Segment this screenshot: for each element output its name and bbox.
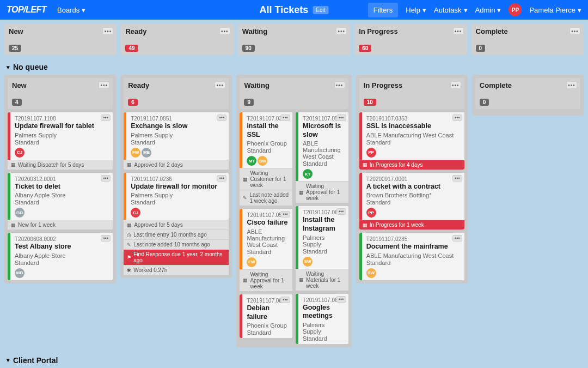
ticket-card[interactable]: T20191107.0589Cisco failureABLE Manufact… — [240, 209, 292, 269]
ticket-priority: Standard — [15, 199, 108, 206]
ticket-card[interactable]: T20191107.0851Exchange is slowPalmers Su… — [124, 112, 229, 160]
status-chip: ◷Last time entry 10 months ago — [124, 230, 229, 239]
card-body: T20191107.0285Document the mainframeABLE… — [362, 233, 464, 280]
ticket-card[interactable]: T20200608.0002Test Albany storeAlbany Ap… — [8, 233, 113, 280]
status-chip: ▦New for 1 week — [8, 220, 113, 230]
boards-menu[interactable]: Boards ▾ — [57, 6, 85, 14]
assignee-avatar[interactable]: GD — [15, 208, 24, 218]
ticket-id: T20200917.0001 — [366, 176, 460, 182]
column-header: New4••• — [8, 78, 113, 109]
card-body: T20191107.0678Googles meetingsPalmers Su… — [298, 294, 348, 344]
section-title[interactable]: ▾No queue — [4, 61, 584, 75]
assignee-avatar[interactable]: FW — [131, 148, 140, 158]
column-menu[interactable]: ••• — [450, 81, 461, 89]
column-name: Waiting — [244, 81, 344, 89]
assignees: GD — [15, 208, 108, 218]
assignee-avatar[interactable]: CJ — [15, 148, 24, 158]
ticket-card[interactable]: T20191107.0678Googles meetingsPalmers Su… — [296, 294, 348, 344]
ticket-priority: Standard — [366, 260, 460, 266]
card-body: T20191107.0236Update firewall for monito… — [126, 173, 229, 220]
ticket-id: T20200312.0001 — [15, 176, 108, 182]
column-count: 4 — [12, 99, 22, 106]
waiting-split: T20191107.0343Install the SSLPhoenix Gro… — [240, 112, 348, 344]
user-avatar[interactable]: PP — [509, 3, 522, 16]
card-wrap: T20191107.0353SSL is inaccessableABLE Ma… — [359, 112, 464, 280]
card-menu[interactable]: ••• — [280, 297, 290, 303]
gear-icon: ✱ — [127, 268, 131, 273]
assignee-avatar[interactable]: MT — [247, 156, 256, 166]
card-body: T20200312.0001Ticket to deletAlbany Appl… — [10, 173, 113, 220]
column-menu[interactable]: ••• — [569, 27, 580, 35]
assignee-avatar[interactable]: KT — [303, 169, 313, 179]
assignee-avatar[interactable]: MB — [142, 148, 151, 158]
logo: TOP/LEFT — [7, 5, 46, 15]
column-name: In Progress — [364, 81, 460, 89]
ticket-card[interactable]: T20200312.0001Ticket to deletAlbany Appl… — [8, 173, 113, 220]
lanes: New4•••T20191107.1108Update firewall for… — [4, 75, 584, 347]
assignee-avatar[interactable]: SW — [258, 156, 267, 166]
card-menu[interactable]: ••• — [101, 235, 111, 242]
cal-icon: ▦ — [299, 277, 304, 282]
ticket-card[interactable]: T20191107.0236Update firewall for monito… — [124, 173, 229, 220]
user-menu[interactable]: Pamela Pierce ▾ — [529, 6, 581, 14]
ticket-title: Cisco failure — [247, 219, 288, 227]
column-menu[interactable]: ••• — [453, 27, 464, 35]
card-menu[interactable]: ••• — [336, 208, 346, 215]
assignee-avatar[interactable]: CJ — [131, 208, 140, 218]
chevron-down-icon: ▾ — [82, 6, 85, 14]
cal-icon: ▦ — [299, 190, 304, 195]
column-menu[interactable]: ••• — [334, 81, 345, 89]
column-menu[interactable]: ••• — [99, 81, 109, 89]
ticket-card[interactable]: T20191107.0668Debian failurePhoenix Grou… — [240, 294, 292, 338]
card-body: T20191107.0668Debian failurePhoenix Grou… — [242, 294, 292, 338]
column-menu[interactable]: ••• — [336, 27, 347, 35]
section: ▾No queueNew4•••T20191107.1108Update fir… — [4, 61, 584, 347]
autotask-nav[interactable]: Autotask ▾ — [434, 6, 468, 14]
column-menu[interactable]: ••• — [566, 81, 577, 89]
card-menu[interactable]: ••• — [452, 114, 462, 121]
chip-text: Waiting Approval for 1 week — [306, 183, 345, 201]
card-menu[interactable]: ••• — [280, 211, 290, 218]
card-menu[interactable]: ••• — [217, 114, 226, 121]
admin-nav[interactable]: Admin ▾ — [475, 6, 501, 14]
assignee-avatar[interactable]: PP — [366, 208, 376, 218]
ticket-card[interactable]: T20191107.0557Microsoft is slowABLE Manu… — [296, 112, 348, 181]
column-menu[interactable]: ••• — [219, 27, 230, 35]
section: ▾Client PortalNew2•••T20191107.0960wifi … — [4, 354, 584, 368]
ticket-card[interactable]: T20191107.0623Install the InstagramPalme… — [296, 206, 348, 268]
assignees: PP — [366, 148, 460, 158]
column-menu[interactable]: ••• — [102, 27, 113, 35]
edit-button[interactable]: Edit — [313, 6, 328, 14]
card-menu[interactable]: ••• — [280, 114, 290, 121]
card-menu[interactable]: ••• — [336, 296, 346, 303]
card-menu[interactable]: ••• — [452, 175, 462, 182]
help-nav[interactable]: Help ▾ — [406, 6, 426, 14]
ticket-card[interactable]: T20191107.0353SSL is inaccessableABLE Ma… — [359, 112, 464, 160]
note-icon: ✎ — [127, 242, 131, 248]
ticket-company: Palmers Supply — [303, 322, 344, 335]
card-menu[interactable]: ••• — [101, 175, 111, 182]
assignee-avatar[interactable]: SW — [366, 268, 376, 278]
column-name: In Progress — [359, 27, 462, 35]
filters-label: Filters — [373, 6, 393, 14]
lane-new: New4•••T20191107.1108Update firewall for… — [4, 75, 116, 283]
card-menu[interactable]: ••• — [452, 235, 462, 242]
card-menu[interactable]: ••• — [101, 114, 111, 121]
ticket-card[interactable]: T20200917.0001A ticket with a contractBr… — [359, 173, 464, 220]
ticket-company: Palmers Supply — [15, 132, 108, 138]
assignee-avatar[interactable]: MB — [15, 268, 24, 278]
card-menu[interactable]: ••• — [217, 175, 226, 182]
ticket-title: Install the SSL — [247, 122, 288, 139]
card-menu[interactable]: ••• — [336, 114, 346, 121]
ticket-card[interactable]: T20191107.1108Update firewall for tablet… — [8, 112, 113, 160]
assignee-avatar[interactable]: PP — [366, 148, 376, 158]
assignee-avatar[interactable]: SW — [303, 257, 313, 267]
column-menu[interactable]: ••• — [215, 81, 225, 89]
assignee-avatar[interactable]: FW — [247, 257, 256, 267]
ticket-priority: Standard — [247, 329, 288, 336]
ticket-card[interactable]: T20191107.0343Install the SSLPhoenix Gro… — [240, 112, 292, 168]
filters-nav[interactable]: Filters — [368, 3, 398, 17]
ticket-company: Phoenix Group — [247, 140, 288, 147]
ticket-card[interactable]: T20191107.0285Document the mainframeABLE… — [359, 233, 464, 280]
section-title[interactable]: ▾Client Portal — [4, 354, 584, 368]
